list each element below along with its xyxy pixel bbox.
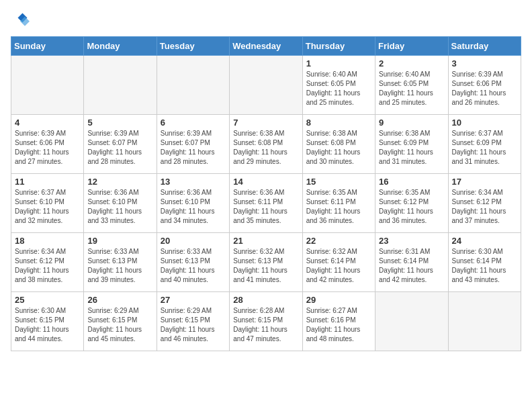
day-number: 26: [87, 295, 152, 305]
calendar-cell: 5Sunrise: 6:39 AM Sunset: 6:07 PM Daylig…: [84, 115, 157, 174]
day-info: Sunrise: 6:29 AM Sunset: 6:15 PM Dayligh…: [161, 306, 226, 344]
day-number: 27: [161, 295, 226, 305]
calendar-cell: 28Sunrise: 6:28 AM Sunset: 6:15 PM Dayli…: [230, 292, 302, 351]
day-info: Sunrise: 6:40 AM Sunset: 6:05 PM Dayligh…: [306, 70, 371, 107]
day-info: Sunrise: 6:34 AM Sunset: 6:12 PM Dayligh…: [452, 188, 517, 226]
calendar-cell: [11, 56, 84, 115]
day-number: 17: [452, 177, 517, 187]
calendar-cell: 25Sunrise: 6:30 AM Sunset: 6:15 PM Dayli…: [11, 292, 84, 351]
day-info: Sunrise: 6:33 AM Sunset: 6:13 PM Dayligh…: [161, 247, 226, 285]
weekday-header-row: SundayMondayTuesdayWednesdayThursdayFrid…: [11, 37, 521, 56]
day-info: Sunrise: 6:38 AM Sunset: 6:08 PM Dayligh…: [233, 129, 298, 167]
day-number: 10: [452, 118, 517, 128]
calendar-cell: [84, 56, 157, 115]
day-number: 12: [87, 177, 152, 187]
calendar-table: SundayMondayTuesdayWednesdayThursdayFrid…: [11, 36, 521, 351]
calendar-cell: 23Sunrise: 6:31 AM Sunset: 6:14 PM Dayli…: [375, 233, 448, 292]
calendar-cell: 12Sunrise: 6:36 AM Sunset: 6:10 PM Dayli…: [84, 174, 157, 233]
day-info: Sunrise: 6:37 AM Sunset: 6:10 PM Dayligh…: [15, 188, 80, 226]
day-info: Sunrise: 6:35 AM Sunset: 6:11 PM Dayligh…: [306, 188, 371, 226]
day-number: 4: [15, 118, 80, 128]
day-info: Sunrise: 6:31 AM Sunset: 6:14 PM Dayligh…: [379, 247, 444, 285]
day-info: Sunrise: 6:38 AM Sunset: 6:09 PM Dayligh…: [379, 129, 444, 167]
week-row-4: 18Sunrise: 6:34 AM Sunset: 6:12 PM Dayli…: [11, 233, 521, 292]
day-number: 9: [379, 118, 444, 128]
day-info: Sunrise: 6:36 AM Sunset: 6:10 PM Dayligh…: [161, 188, 226, 226]
calendar-cell: 3Sunrise: 6:39 AM Sunset: 6:06 PM Daylig…: [448, 56, 521, 115]
day-info: Sunrise: 6:35 AM Sunset: 6:12 PM Dayligh…: [379, 188, 444, 226]
day-info: Sunrise: 6:27 AM Sunset: 6:16 PM Dayligh…: [306, 306, 371, 344]
day-number: 14: [233, 177, 298, 187]
week-row-2: 4Sunrise: 6:39 AM Sunset: 6:06 PM Daylig…: [11, 115, 521, 174]
weekday-header-saturday: Saturday: [448, 37, 521, 56]
day-number: 16: [379, 177, 444, 187]
calendar-cell: 21Sunrise: 6:32 AM Sunset: 6:13 PM Dayli…: [230, 233, 302, 292]
calendar-cell: 11Sunrise: 6:37 AM Sunset: 6:10 PM Dayli…: [11, 174, 84, 233]
day-number: 18: [15, 236, 80, 246]
calendar-cell: [448, 292, 521, 351]
day-info: Sunrise: 6:36 AM Sunset: 6:11 PM Dayligh…: [233, 188, 298, 226]
day-info: Sunrise: 6:32 AM Sunset: 6:14 PM Dayligh…: [306, 247, 371, 285]
day-number: 8: [306, 118, 371, 128]
day-number: 11: [15, 177, 80, 187]
day-info: Sunrise: 6:36 AM Sunset: 6:10 PM Dayligh…: [87, 188, 152, 226]
day-info: Sunrise: 6:30 AM Sunset: 6:14 PM Dayligh…: [452, 247, 517, 285]
calendar-cell: 19Sunrise: 6:33 AM Sunset: 6:13 PM Dayli…: [84, 233, 157, 292]
week-row-1: 1Sunrise: 6:40 AM Sunset: 6:05 PM Daylig…: [11, 56, 521, 115]
weekday-header-tuesday: Tuesday: [157, 37, 229, 56]
calendar-cell: 16Sunrise: 6:35 AM Sunset: 6:12 PM Dayli…: [375, 174, 448, 233]
day-number: 2: [379, 58, 444, 68]
day-number: 19: [87, 236, 152, 246]
day-info: Sunrise: 6:39 AM Sunset: 6:06 PM Dayligh…: [452, 70, 517, 107]
day-number: 6: [161, 118, 226, 128]
day-number: 13: [161, 177, 226, 187]
calendar-cell: 14Sunrise: 6:36 AM Sunset: 6:11 PM Dayli…: [230, 174, 302, 233]
day-number: 20: [161, 236, 226, 246]
day-info: Sunrise: 6:40 AM Sunset: 6:05 PM Dayligh…: [379, 70, 444, 107]
day-number: 21: [233, 236, 298, 246]
day-number: 24: [452, 236, 517, 246]
calendar-cell: 6Sunrise: 6:39 AM Sunset: 6:07 PM Daylig…: [157, 115, 229, 174]
page-header: [11, 11, 521, 30]
calendar-cell: 2Sunrise: 6:40 AM Sunset: 6:05 PM Daylig…: [375, 56, 448, 115]
calendar-cell: [157, 56, 229, 115]
calendar-cell: 22Sunrise: 6:32 AM Sunset: 6:14 PM Dayli…: [302, 233, 375, 292]
logo-icon: [11, 11, 30, 30]
calendar-cell: 4Sunrise: 6:39 AM Sunset: 6:06 PM Daylig…: [11, 115, 84, 174]
week-row-5: 25Sunrise: 6:30 AM Sunset: 6:15 PM Dayli…: [11, 292, 521, 351]
logo: [11, 11, 32, 30]
day-number: 3: [452, 58, 517, 68]
weekday-header-sunday: Sunday: [11, 37, 84, 56]
weekday-header-thursday: Thursday: [302, 37, 375, 56]
day-info: Sunrise: 6:29 AM Sunset: 6:15 PM Dayligh…: [87, 306, 152, 344]
day-number: 5: [87, 118, 152, 128]
calendar-cell: 7Sunrise: 6:38 AM Sunset: 6:08 PM Daylig…: [230, 115, 302, 174]
calendar-cell: 17Sunrise: 6:34 AM Sunset: 6:12 PM Dayli…: [448, 174, 521, 233]
day-info: Sunrise: 6:28 AM Sunset: 6:15 PM Dayligh…: [233, 306, 298, 344]
calendar-cell: [230, 56, 302, 115]
calendar-cell: 20Sunrise: 6:33 AM Sunset: 6:13 PM Dayli…: [157, 233, 229, 292]
day-info: Sunrise: 6:38 AM Sunset: 6:08 PM Dayligh…: [306, 129, 371, 167]
calendar-cell: [375, 292, 448, 351]
day-number: 1: [306, 58, 371, 68]
day-info: Sunrise: 6:30 AM Sunset: 6:15 PM Dayligh…: [15, 306, 80, 344]
day-info: Sunrise: 6:34 AM Sunset: 6:12 PM Dayligh…: [15, 247, 80, 285]
calendar-cell: 29Sunrise: 6:27 AM Sunset: 6:16 PM Dayli…: [302, 292, 375, 351]
weekday-header-wednesday: Wednesday: [230, 37, 302, 56]
calendar-cell: 8Sunrise: 6:38 AM Sunset: 6:08 PM Daylig…: [302, 115, 375, 174]
day-number: 15: [306, 177, 371, 187]
calendar-cell: 10Sunrise: 6:37 AM Sunset: 6:09 PM Dayli…: [448, 115, 521, 174]
week-row-3: 11Sunrise: 6:37 AM Sunset: 6:10 PM Dayli…: [11, 174, 521, 233]
day-info: Sunrise: 6:39 AM Sunset: 6:06 PM Dayligh…: [15, 129, 80, 167]
calendar-cell: 27Sunrise: 6:29 AM Sunset: 6:15 PM Dayli…: [157, 292, 229, 351]
day-info: Sunrise: 6:39 AM Sunset: 6:07 PM Dayligh…: [87, 129, 152, 167]
weekday-header-friday: Friday: [375, 37, 448, 56]
day-info: Sunrise: 6:32 AM Sunset: 6:13 PM Dayligh…: [233, 247, 298, 285]
day-number: 23: [379, 236, 444, 246]
day-number: 29: [306, 295, 371, 305]
calendar-cell: 24Sunrise: 6:30 AM Sunset: 6:14 PM Dayli…: [448, 233, 521, 292]
day-info: Sunrise: 6:39 AM Sunset: 6:07 PM Dayligh…: [161, 129, 226, 167]
day-number: 28: [233, 295, 298, 305]
day-info: Sunrise: 6:33 AM Sunset: 6:13 PM Dayligh…: [87, 247, 152, 285]
calendar-cell: 9Sunrise: 6:38 AM Sunset: 6:09 PM Daylig…: [375, 115, 448, 174]
